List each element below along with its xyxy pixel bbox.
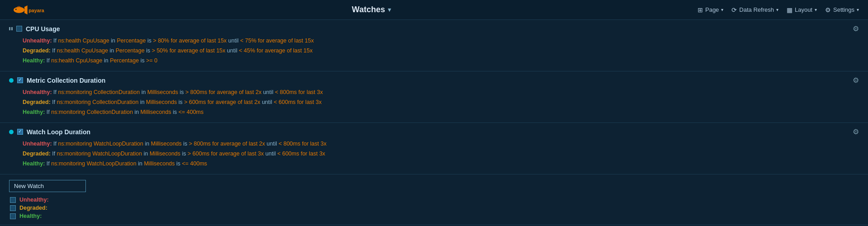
rule-metric-unhealthy: Unhealthy: If ns:monitoring CollectionDu… [9,87,859,97]
new-watch-conditions: Unhealthy: Degraded: Healthy: [9,196,859,220]
gear-icon-cpu[interactable]: ⚙ [853,24,859,33]
rule-metric-degraded: Degraded: If ns:monitoring CollectionDur… [9,97,859,107]
condition-healthy-row: Healthy: [10,212,859,220]
page-icon: ⊞ [698,6,703,14]
settings-icon: ⚙ [825,6,831,14]
watch-title-metric: Metric Collection Duration [9,77,105,84]
svg-marker-1 [24,5,28,14]
condition-unhealthy-row: Unhealthy: [10,196,859,204]
new-unhealthy-label: Unhealthy: [19,197,49,203]
checkbox-cpu[interactable] [16,26,22,32]
rule-loop-unhealthy: Unhealthy: If ns:monitoring WatchLoopDur… [9,139,859,149]
checkbox-metric[interactable] [17,77,23,83]
watch-card-metric: Metric Collection Duration ⚙ Unhealthy: … [0,71,868,123]
svg-point-2 [15,9,17,10]
gear-icon-loop[interactable]: ⚙ [853,127,859,136]
layout-icon: ▦ [787,6,793,14]
layout-chevron: ▾ [815,7,817,12]
new-healthy-label: Healthy: [19,213,42,219]
rule-loop-healthy: Healthy: If ns:monitoring WatchLoopDurat… [9,159,859,169]
logo: payara [9,2,45,18]
checkbox-loop[interactable] [17,129,23,135]
checkbox-new-healthy[interactable] [10,213,16,219]
svg-point-0 [14,7,24,13]
gear-icon-metric[interactable]: ⚙ [853,76,859,85]
loop-title: Watch Loop Duration [27,128,90,136]
rule-cpu-degraded: Degraded: If ns:health CpuUsage in Perce… [9,46,859,56]
pause-bar-1 [9,27,10,30]
page-chevron: ▾ [721,7,723,12]
rule-loop-degraded: Degraded: If ns:monitoring WatchLoopDura… [9,149,859,159]
header-nav: ⊞ Page ▾ ⟳ Data Refresh ▾ ▦ Layout ▾ ⚙ S… [698,6,859,14]
data-refresh-label: Data Refresh [739,6,774,13]
metric-title: Metric Collection Duration [27,77,105,84]
data-refresh-menu[interactable]: ⟳ Data Refresh ▾ [731,6,778,14]
settings-label: Settings [833,6,854,13]
watch-card-cpu-usage: CPU Usage ⚙ Unhealthy: If ns:health CpuU… [0,20,868,71]
rule-cpu-unhealthy: Unhealthy: If ns:health CpuUsage in Perc… [9,36,859,46]
watches-content: CPU Usage ⚙ Unhealthy: If ns:health CpuU… [0,20,868,226]
rule-metric-healthy: Healthy: If ns:monitoring CollectionDura… [9,107,859,117]
page-label: Page [705,6,719,13]
data-refresh-chevron: ▾ [776,7,778,12]
watch-card-loop: Watch Loop Duration ⚙ Unhealthy: If ns:m… [0,123,868,174]
refresh-icon: ⟳ [731,6,737,14]
status-dot-metric [9,78,14,83]
settings-menu[interactable]: ⚙ Settings ▾ [825,6,859,14]
new-watch-input[interactable] [9,180,86,192]
condition-degraded-row: Degraded: [10,204,859,212]
watches-chevron[interactable]: ▾ [388,6,391,13]
watch-title-cpu: CPU Usage [9,25,60,33]
watch-header-loop: Watch Loop Duration ⚙ [9,127,859,136]
pause-bar-2 [11,27,13,30]
watch-title-loop: Watch Loop Duration [9,128,90,136]
pause-button-cpu[interactable] [9,27,13,30]
checkbox-new-degraded[interactable] [10,205,16,211]
rule-cpu-healthy: Healthy: If ns:health CpuUsage in Percen… [9,56,859,66]
cpu-usage-title: CPU Usage [26,25,60,33]
checkbox-new-unhealthy[interactable] [10,197,16,203]
svg-text:payara: payara [28,8,44,13]
layout-menu[interactable]: ▦ Layout ▾ [787,6,817,14]
new-degraded-label: Degraded: [19,205,47,211]
layout-label: Layout [795,6,812,13]
header: payara Watches ▾ ⊞ Page ▾ ⟳ Data Refresh… [0,0,868,20]
settings-chevron: ▾ [857,7,859,12]
page-menu[interactable]: ⊞ Page ▾ [698,6,723,14]
watches-title: Watches [352,5,385,14]
header-title[interactable]: Watches ▾ [352,5,391,14]
new-watch-section: Unhealthy: Degraded: Healthy: [0,174,868,225]
watch-header-metric: Metric Collection Duration ⚙ [9,76,859,85]
watch-header-cpu: CPU Usage ⚙ [9,24,859,33]
status-dot-loop [9,130,14,134]
